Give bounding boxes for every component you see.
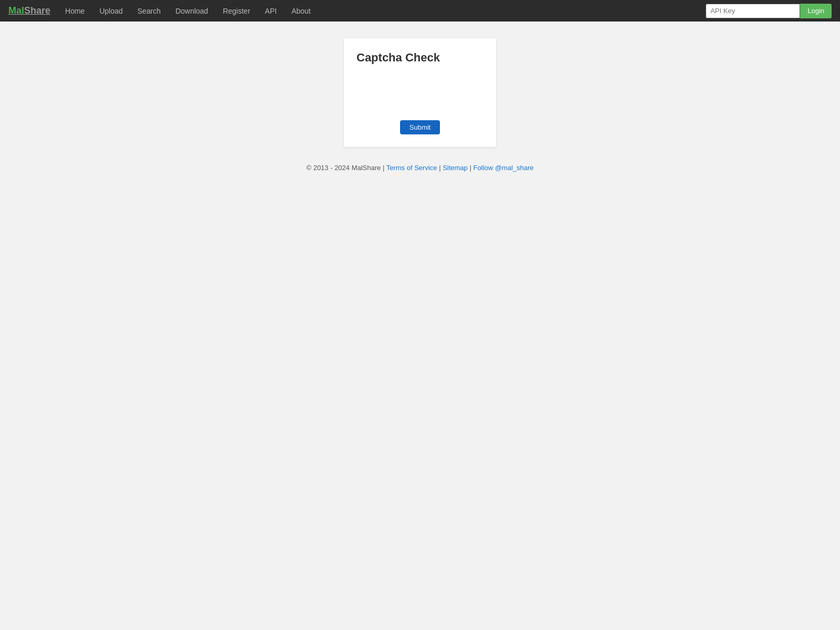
- captcha-title: Captcha Check: [356, 51, 484, 65]
- navbar-left: MalShare Home Upload Search Download Reg…: [8, 5, 317, 16]
- api-key-input[interactable]: [706, 4, 800, 18]
- submit-button[interactable]: Submit: [400, 120, 440, 134]
- brand-logo[interactable]: MalShare: [8, 5, 50, 16]
- captcha-card: Captcha Check Submit: [344, 38, 496, 147]
- navbar: MalShare Home Upload Search Download Reg…: [0, 0, 840, 22]
- brand-mal: Mal: [8, 5, 24, 16]
- nav-upload[interactable]: Upload: [93, 7, 129, 15]
- nav-about[interactable]: About: [285, 7, 317, 15]
- main-content: Captcha Check Submit: [0, 22, 840, 147]
- navbar-right: Login: [706, 4, 832, 18]
- footer-copyright: © 2013 - 2024 MalShare |: [306, 164, 384, 172]
- login-button[interactable]: Login: [800, 4, 832, 18]
- nav-api[interactable]: API: [259, 7, 284, 15]
- brand-share: Share: [24, 5, 50, 16]
- footer-sitemap-link[interactable]: Sitemap: [443, 164, 468, 172]
- nav-home[interactable]: Home: [59, 7, 91, 15]
- captcha-area: [356, 75, 484, 112]
- footer-terms-link[interactable]: Terms of Service: [386, 164, 437, 172]
- nav-download[interactable]: Download: [169, 7, 214, 15]
- nav-register[interactable]: Register: [216, 7, 256, 15]
- nav-search[interactable]: Search: [131, 7, 167, 15]
- footer: © 2013 - 2024 MalShare | Terms of Servic…: [0, 164, 840, 172]
- footer-follow-link[interactable]: Follow @mal_share: [473, 164, 533, 172]
